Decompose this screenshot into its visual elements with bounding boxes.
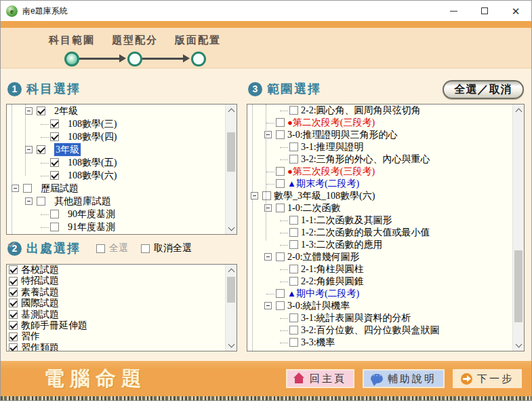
maximize-button[interactable] [469, 1, 500, 21]
expander-minus-icon[interactable] [12, 185, 19, 192]
tree-item[interactable]: ▲期中考(二段考) [247, 288, 512, 300]
checkbox[interactable] [289, 106, 298, 115]
tree-item[interactable]: 1-2:二次函數的最大值或最小值 [247, 227, 512, 239]
close-button[interactable]: ✕ [500, 1, 531, 21]
tree-item[interactable]: 108數學(五) [7, 156, 225, 169]
checkbox[interactable] [50, 119, 59, 128]
checkbox[interactable] [9, 343, 18, 351]
checkbox[interactable] [50, 223, 59, 231]
tree-item[interactable]: ●第三次段考(三段考) [247, 166, 512, 178]
checkbox[interactable] [289, 265, 298, 273]
list-item[interactable]: 國際試題 [7, 298, 225, 309]
tree-item[interactable]: 1-1:二次函數及其圖形 [247, 214, 512, 227]
checkbox[interactable] [50, 158, 59, 167]
list-item[interactable]: 素養試題 [7, 287, 225, 298]
checkbox[interactable] [289, 155, 298, 164]
tree-item[interactable]: 92年度基測 [7, 233, 225, 234]
checkbox[interactable] [9, 277, 18, 286]
select-all-checkbox-box[interactable] [96, 244, 105, 253]
subject-tree-scrollbar[interactable] [225, 104, 237, 234]
tree-item[interactable]: 108數學(六) [7, 169, 225, 182]
checkbox[interactable] [9, 288, 18, 297]
checkbox[interactable] [262, 191, 271, 200]
checkbox[interactable] [9, 299, 18, 307]
checkbox[interactable] [289, 338, 298, 347]
checkbox[interactable] [37, 197, 45, 206]
help-button[interactable]: 輔助說明 [363, 369, 445, 388]
checkbox[interactable] [276, 167, 285, 176]
tree-item[interactable]: 1-3:二次函數的應用 [247, 239, 512, 251]
checkbox[interactable] [289, 216, 298, 225]
range-tree-scrollbar[interactable] [512, 104, 524, 351]
tree-item[interactable]: 1-0:二次函數 [247, 202, 512, 214]
tree-item[interactable]: 2-2:圓心角、圓周角與弦切角 [247, 104, 512, 117]
select-all-checkbox[interactable]: 全選 [96, 242, 128, 254]
expander-minus-icon[interactable] [264, 204, 272, 212]
checkbox[interactable] [37, 107, 45, 115]
list-item[interactable]: 習作類題 [7, 343, 225, 351]
scrollbar-thumb[interactable] [227, 277, 235, 303]
checkbox[interactable] [276, 301, 285, 310]
scroll-down-icon[interactable] [226, 340, 237, 351]
scrollbar-thumb[interactable] [514, 250, 523, 322]
checkbox[interactable] [289, 313, 298, 322]
checkbox[interactable] [37, 145, 45, 154]
checkbox[interactable] [276, 130, 285, 139]
tree-item[interactable]: 3-0:統計與機率 [247, 300, 512, 312]
deselect-all-checkbox[interactable]: 取消全選 [141, 242, 192, 254]
tree-item[interactable]: 90年度基測 [7, 208, 225, 221]
checkbox[interactable] [289, 277, 298, 286]
scroll-up-icon[interactable] [226, 104, 237, 115]
scroll-up-icon[interactable] [513, 104, 524, 115]
tree-item[interactable]: 108數學(四) [7, 130, 225, 143]
list-item[interactable]: 習作 [7, 331, 225, 342]
checkbox[interactable] [276, 252, 285, 261]
checkbox[interactable] [50, 171, 59, 180]
list-item[interactable]: 特招試題 [7, 275, 225, 286]
tree-item[interactable]: 2-2:角錐與圓錐 [247, 275, 512, 288]
source-list-scrollbar[interactable] [225, 265, 237, 351]
checkbox[interactable] [276, 118, 285, 127]
checkbox[interactable] [23, 184, 32, 193]
tree-item[interactable]: 3-2:百分位數、四分位數與盒狀圖 [247, 324, 512, 337]
tree-item[interactable]: 其他題庫試題 [7, 195, 225, 208]
scroll-up-icon[interactable] [226, 265, 237, 275]
tree-item[interactable]: 數學_3年級_108數學(六) [247, 190, 512, 202]
scrollbar-thumb[interactable] [227, 132, 235, 171]
tree-item[interactable]: 3-1:統計表圖與資料的分析 [247, 312, 512, 324]
list-item[interactable]: 教師手冊延伸題 [7, 320, 225, 331]
minimize-button[interactable] [438, 1, 469, 21]
checkbox[interactable] [9, 321, 18, 330]
tree-item[interactable]: 3年級 [7, 143, 225, 156]
expander-minus-icon[interactable] [25, 197, 33, 205]
list-item[interactable]: 各校試題 [7, 265, 225, 275]
checkbox[interactable] [289, 228, 298, 237]
tree-item[interactable]: 108數學(三) [7, 117, 225, 130]
tree-item[interactable]: ▲期末考(二段考) [247, 178, 512, 190]
checkbox[interactable] [50, 210, 59, 218]
tree-item[interactable]: 2-0:立體幾何圖形 [247, 251, 512, 263]
tree-item[interactable]: ●第二次段考(三段考) [247, 117, 512, 129]
next-step-button[interactable]: 下一步 [453, 369, 522, 388]
checkbox[interactable] [276, 204, 285, 212]
checkbox[interactable] [289, 326, 298, 335]
checkbox[interactable] [9, 310, 18, 319]
expander-minus-icon[interactable] [25, 107, 33, 115]
checkbox[interactable] [9, 332, 18, 341]
checkbox[interactable] [289, 240, 298, 249]
list-item[interactable]: 基測試題 [7, 309, 225, 320]
expander-minus-icon[interactable] [264, 131, 272, 138]
tree-item[interactable]: 3-2:三角形的外心、內心與重心 [247, 153, 512, 166]
deselect-all-checkbox-box[interactable] [141, 244, 150, 253]
checkbox[interactable] [276, 289, 285, 298]
tree-item[interactable]: 3-3:機率 [247, 337, 512, 349]
expander-minus-icon[interactable] [25, 146, 33, 153]
checkbox[interactable] [276, 179, 285, 188]
expander-minus-icon[interactable] [264, 302, 272, 309]
tree-item[interactable]: 歷屆試題 [7, 182, 225, 195]
expander-minus-icon[interactable] [251, 192, 258, 199]
tree-item[interactable]: 2-1:角柱與圓柱 [247, 263, 512, 275]
tree-item[interactable]: 3-1:推理與證明 [247, 141, 512, 153]
checkbox[interactable] [9, 265, 18, 274]
checkbox[interactable] [50, 132, 59, 141]
